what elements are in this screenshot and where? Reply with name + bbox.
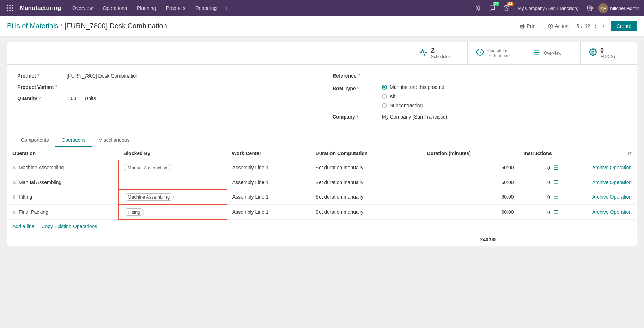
ecos-label: ECO(S) xyxy=(600,54,615,59)
tab-miscellaneous[interactable]: Miscellaneous xyxy=(92,134,136,147)
work-center-value[interactable]: Assembly Line 1 xyxy=(232,180,269,185)
work-center-value[interactable]: Assembly Line 1 xyxy=(232,209,269,215)
operations-table-container: Operation Blocked By Work Center Duratio… xyxy=(7,147,637,246)
blocked-by-badge[interactable]: Machine Assembling xyxy=(124,193,174,201)
archive-operation-link[interactable]: Archive Operation xyxy=(592,209,632,215)
instructions-count: 0 xyxy=(547,194,550,200)
chart-icon xyxy=(420,48,427,58)
total-value: 240:00 xyxy=(480,237,496,242)
instructions-list-icon[interactable]: ☰ xyxy=(554,179,559,185)
svg-rect-2 xyxy=(12,5,13,6)
debug-icon[interactable] xyxy=(473,2,484,14)
work-center-value[interactable]: Assembly Line 1 xyxy=(232,194,269,200)
schedules-button[interactable]: 2 Schedules xyxy=(411,42,467,64)
total-row: 240:00 xyxy=(7,233,637,246)
activity-icon[interactable]: 44 xyxy=(501,2,512,14)
operations-performance-button[interactable]: OperationsPerformance xyxy=(467,42,524,64)
breadcrumb-current: [FURN_7800] Desk Combination xyxy=(65,22,167,30)
nav-reporting[interactable]: Reporting xyxy=(191,2,221,14)
product-value[interactable]: [FURN_7800] Desk Combination xyxy=(67,73,139,79)
main-content: 2 Schedules OperationsPerformance Overvi… xyxy=(0,36,644,252)
operation-cell: ⇅ Machine Assembling xyxy=(7,160,119,175)
blocked-by-badge[interactable]: Manual Assembling xyxy=(124,164,171,171)
app-name: Manufacturing xyxy=(20,5,61,12)
reference-help-icon[interactable]: ? xyxy=(358,73,360,78)
instructions-list-icon[interactable]: ☰ xyxy=(554,194,559,200)
drag-handle[interactable]: ⇅ xyxy=(12,165,16,170)
duration-computation-cell: Set duration manually xyxy=(311,160,422,175)
action-button[interactable]: Action xyxy=(545,22,572,31)
overview-button[interactable]: Overview xyxy=(524,42,580,64)
operation-name: Fitting xyxy=(19,194,32,200)
next-page-button[interactable]: › xyxy=(601,22,607,30)
drag-handle[interactable]: ⇅ xyxy=(12,180,16,185)
company-help-icon[interactable]: ? xyxy=(356,114,359,119)
company-row: Company ? My Company (San Francisco) xyxy=(333,114,627,120)
bom-type-help-icon[interactable]: ? xyxy=(357,86,359,91)
user-menu[interactable]: MA Mitchell Admin xyxy=(598,3,640,13)
work-center-value[interactable]: Assembly Line 1 xyxy=(232,165,269,170)
drag-handle[interactable]: ⇅ xyxy=(12,210,16,215)
product-row: Product ? [FURN_7800] Desk Combination xyxy=(17,73,311,79)
radio-subcontracting-label: Subcontracting xyxy=(390,103,423,108)
create-button[interactable]: Create xyxy=(611,21,637,31)
username: Mitchell Admin xyxy=(610,6,640,11)
add-line-link[interactable]: Add a line xyxy=(12,224,34,229)
nav-operations[interactable]: Operations xyxy=(98,2,131,14)
tab-components[interactable]: Components xyxy=(14,134,55,147)
product-variant-help-icon[interactable]: ? xyxy=(55,85,57,90)
archive-operation-link[interactable]: Archive Operation xyxy=(592,194,632,200)
work-center-cell: Assembly Line 1 xyxy=(227,189,311,205)
quantity-help-icon[interactable]: ? xyxy=(38,96,41,101)
col-duration-computation: Duration Computation xyxy=(311,147,422,160)
form-right: Reference ? BoM Type ? Manufacture this … xyxy=(333,73,627,125)
nav-add-icon[interactable]: + xyxy=(222,2,231,14)
archive-operation-link[interactable]: Archive Operation xyxy=(592,165,632,170)
ecos-button[interactable]: 0 ECO(S) xyxy=(580,42,637,64)
nav-planning[interactable]: Planning xyxy=(133,2,160,14)
chat-icon[interactable]: 22 xyxy=(487,2,498,14)
duration-computation-value: Set duration manually xyxy=(316,209,363,215)
schedules-label: Schedules xyxy=(431,54,451,59)
copy-existing-link[interactable]: Copy Existing Operations xyxy=(41,224,97,229)
instructions-count: 0 xyxy=(547,209,550,215)
col-operation: Operation xyxy=(7,147,119,160)
drag-handle[interactable]: ⇅ xyxy=(12,195,16,200)
nav-overview[interactable]: Overview xyxy=(68,2,97,14)
work-center-cell: Assembly Line 1 xyxy=(227,160,311,175)
radio-manufacture[interactable]: Manufacture this product xyxy=(382,84,444,90)
operation-cell: ⇅ Fitting xyxy=(7,189,119,205)
print-label: Print xyxy=(527,23,537,29)
bom-type-label: BoM Type ? xyxy=(333,84,382,91)
print-button[interactable]: Print xyxy=(516,22,540,31)
breadcrumb-parent-link[interactable]: Bills of Materials xyxy=(7,22,59,30)
svg-rect-1 xyxy=(9,5,10,6)
product-label: Product ? xyxy=(17,73,67,79)
tab-operations[interactable]: Operations xyxy=(55,134,92,147)
form-area: Product ? [FURN_7800] Desk Combination P… xyxy=(7,65,637,134)
radio-subcontracting-dot xyxy=(382,103,387,108)
company-value[interactable]: My Company (San Francisco) xyxy=(382,114,447,120)
radio-kit[interactable]: Kit xyxy=(382,93,444,99)
settings-icon[interactable] xyxy=(584,2,595,14)
column-filter-icon[interactable]: ⇄ xyxy=(627,151,632,156)
blocked-by-badge[interactable]: Fitting xyxy=(124,208,144,216)
product-help-icon[interactable]: ? xyxy=(37,73,40,78)
col-actions: ⇄ xyxy=(587,147,637,160)
duration-minutes-value: 60:00 xyxy=(502,180,514,185)
nav-products[interactable]: Products xyxy=(162,2,189,14)
instructions-cell: 0 ☰ xyxy=(519,205,587,220)
radio-subcontracting[interactable]: Subcontracting xyxy=(382,103,444,108)
archive-operation-link[interactable]: Archive Operation xyxy=(592,180,632,185)
operation-name: Final Packing xyxy=(19,209,48,215)
app-grid-icon[interactable] xyxy=(4,2,16,14)
operations-performance-label: OperationsPerformance xyxy=(487,48,512,58)
duration-computation-cell: Set duration manually xyxy=(311,205,422,220)
svg-rect-12 xyxy=(521,26,524,28)
prev-page-button[interactable]: ‹ xyxy=(592,22,598,30)
instructions-list-icon[interactable]: ☰ xyxy=(554,165,559,171)
quantity-value[interactable]: 1.00 xyxy=(67,96,76,101)
operations-table: Operation Blocked By Work Center Duratio… xyxy=(7,147,637,220)
instructions-list-icon[interactable]: ☰ xyxy=(554,209,559,215)
reference-label: Reference ? xyxy=(333,73,382,79)
